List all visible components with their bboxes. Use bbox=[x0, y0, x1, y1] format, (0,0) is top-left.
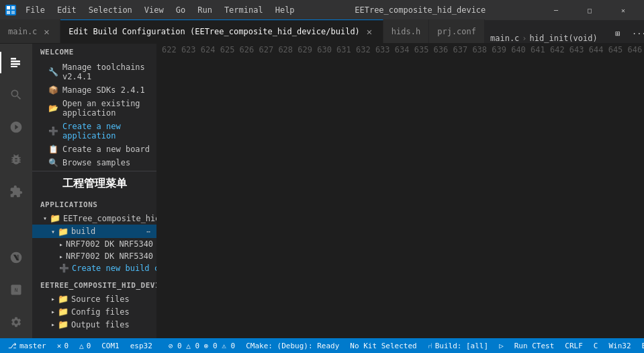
welcome-manage-toolchains[interactable]: 🔧 Manage toolchains v2.4.1 bbox=[32, 61, 156, 83]
status-git-branch[interactable]: ⎇ master bbox=[5, 342, 49, 350]
menu-file[interactable]: File bbox=[20, 4, 50, 16]
svg-rect-3 bbox=[11, 11, 15, 14]
status-ctest[interactable]: Run CTest bbox=[512, 342, 557, 350]
activity-settings[interactable] bbox=[0, 306, 32, 338]
sidebar: WELCOME 🔧 Manage toolchains v2.4.1 📦 Man… bbox=[32, 44, 156, 338]
output-files-folder[interactable]: 📁 Output files bbox=[32, 318, 156, 331]
breadcrumb-func: hid_init(void) bbox=[530, 34, 598, 43]
welcome-create-board[interactable]: 📋 Create a new board bbox=[32, 143, 156, 156]
ctest-label: Run CTest bbox=[514, 342, 555, 350]
sidebar-applications-header[interactable]: APPLICATIONS bbox=[32, 196, 156, 212]
status-cmake[interactable]: CMake: (Debug): Ready bbox=[243, 342, 342, 350]
status-crlf[interactable]: CRLF bbox=[562, 342, 586, 350]
config-files-folder[interactable]: 📁 Config files bbox=[32, 305, 156, 318]
menu-go[interactable]: Go bbox=[171, 4, 191, 16]
menu-view[interactable]: View bbox=[139, 4, 169, 16]
menu-run[interactable]: Run bbox=[192, 4, 218, 16]
eetree-section-header[interactable]: EETREE_COMPOSITE_HID_DEVICE build bbox=[32, 277, 156, 292]
project-title: 工程管理菜单 bbox=[32, 171, 156, 196]
nrf7002-net[interactable]: NRF7002 DK NRF5340 net... bbox=[32, 250, 156, 262]
status-diagnostics[interactable]: ⊘ 0 △ 0 ⊗ 0 ⚠ 0 bbox=[166, 342, 238, 350]
tab-bar-actions: ⊞ ··· bbox=[603, 24, 644, 43]
nrf7002-net-chevron bbox=[59, 253, 63, 260]
welcome-manage-sdks[interactable]: 📦 Manage SDKs 2.4.1 bbox=[32, 83, 156, 97]
nrf7002-net-label: NRF7002 DK NRF5340 net... bbox=[66, 251, 156, 261]
browse-icon: 🔍 bbox=[48, 158, 58, 167]
activity-bar: N bbox=[0, 44, 32, 338]
lang-label: C bbox=[594, 342, 598, 350]
tab-main-c-close[interactable]: ✕ bbox=[41, 26, 52, 37]
split-editor-button[interactable]: ⊞ bbox=[608, 24, 627, 43]
config-files-folder-icon: 📁 bbox=[58, 307, 68, 317]
maximize-button[interactable]: □ bbox=[574, 0, 605, 20]
build-folder-actions: ⋯ bbox=[143, 226, 154, 237]
menu-help[interactable]: Help bbox=[270, 4, 300, 16]
eetree-project-folder[interactable]: 📁 EETree_composite_hid_device... bbox=[32, 212, 156, 225]
tab-build-config-close[interactable]: ✕ bbox=[364, 26, 375, 37]
window-controls: ─ □ ✕ bbox=[541, 0, 639, 20]
nrf7002-app[interactable]: NRF7002 DK NRF5340 ap... bbox=[32, 238, 156, 250]
status-encoding[interactable]: Win32 bbox=[606, 342, 633, 350]
more-actions-button[interactable]: ··· bbox=[630, 24, 644, 43]
activity-explorer[interactable] bbox=[0, 46, 32, 79]
svg-rect-6 bbox=[11, 63, 20, 65]
status-esp32[interactable]: esp32 bbox=[128, 342, 155, 350]
status-git-branch-label: master bbox=[19, 342, 46, 350]
diagnostics-label: ⊘ 0 △ 0 ⊗ 0 ⚠ 0 bbox=[169, 342, 235, 350]
output-files-label: Output files bbox=[71, 320, 130, 329]
tab-build-config[interactable]: Edit Build Configuration (EETree_composi… bbox=[60, 19, 383, 43]
project-build-label: EETree_composite_hid_device: build bbox=[642, 342, 644, 350]
board-icon: 📋 bbox=[48, 145, 58, 154]
minimize-button[interactable]: ─ bbox=[541, 0, 571, 20]
menu-terminal[interactable]: Terminal bbox=[219, 4, 269, 16]
sidebar-welcome-header[interactable]: WELCOME bbox=[32, 44, 156, 59]
welcome-browse-samples[interactable]: 🔍 Browse samples bbox=[32, 156, 156, 169]
build-folder-action-1[interactable]: ⋯ bbox=[143, 226, 154, 237]
menu-edit[interactable]: Edit bbox=[52, 4, 82, 16]
activity-nordic[interactable] bbox=[0, 241, 32, 274]
error-icon: ✕ bbox=[57, 342, 62, 350]
status-lang[interactable]: C bbox=[591, 342, 601, 350]
status-com1[interactable]: COM1 bbox=[99, 342, 122, 350]
menu-selection[interactable]: Selection bbox=[83, 4, 138, 16]
activity-git[interactable] bbox=[0, 111, 32, 143]
window-title: EETree_composite_hid_device bbox=[300, 5, 541, 15]
welcome-section: 🔧 Manage toolchains v2.4.1 📦 Manage SDKs… bbox=[32, 59, 156, 171]
create-build-config[interactable]: ➕ Create new build configurat... bbox=[32, 262, 156, 274]
tab-prj-conf-label: prj.conf bbox=[437, 27, 476, 36]
eetree-project-chevron bbox=[43, 214, 47, 222]
tab-prj-conf[interactable]: prj.conf bbox=[429, 19, 485, 43]
output-files-chevron bbox=[51, 321, 55, 328]
tab-hids-h[interactable]: hids.h bbox=[383, 19, 429, 43]
status-kit[interactable]: No Kit Selected bbox=[347, 342, 419, 350]
source-files-folder[interactable]: 📁 Source files bbox=[32, 292, 156, 305]
welcome-browse-samples-label: Browse samples bbox=[62, 158, 130, 167]
code-editor[interactable]: 622 623 624 625 626 627 628 629 630 631 … bbox=[156, 44, 644, 338]
applications-label: APPLICATIONS bbox=[40, 200, 97, 209]
close-button[interactable]: ✕ bbox=[608, 0, 639, 20]
welcome-manage-toolchains-label: Manage toolchains v2.4.1 bbox=[62, 63, 151, 81]
tab-main-c[interactable]: main.c ✕ bbox=[0, 19, 60, 43]
status-project[interactable]: EETree_composite_hid_device: build bbox=[639, 342, 644, 350]
crlf-label: CRLF bbox=[565, 342, 583, 350]
status-run[interactable]: ▷ bbox=[496, 342, 506, 350]
welcome-create-app[interactable]: ➕ Create a new application bbox=[32, 120, 156, 143]
activity-debug[interactable] bbox=[0, 143, 32, 175]
warning-icon: △ bbox=[79, 342, 84, 350]
welcome-manage-sdks-label: Manage SDKs 2.4.1 bbox=[62, 85, 145, 95]
status-errors[interactable]: ✕ 0 bbox=[54, 342, 71, 350]
devicetree-header[interactable]: DEVICETREE bbox=[32, 334, 156, 338]
activity-nrf[interactable]: N bbox=[0, 274, 32, 306]
tab-hids-h-label: hids.h bbox=[392, 27, 420, 36]
status-warnings[interactable]: △ 0 bbox=[77, 342, 93, 350]
svg-rect-1 bbox=[11, 6, 15, 9]
build-folder[interactable]: 📁 build ⋯ bbox=[32, 225, 156, 238]
status-build[interactable]: ⑁ Build: [all] bbox=[425, 342, 491, 350]
build-folder-icon: 📁 bbox=[58, 227, 68, 237]
sidebar-welcome-label: WELCOME bbox=[40, 48, 74, 56]
activity-extensions[interactable] bbox=[0, 175, 32, 208]
build-label: Build: [all] bbox=[435, 342, 488, 350]
eetree-project-label: EETree_composite_hid_device... bbox=[63, 214, 156, 223]
activity-search[interactable] bbox=[0, 79, 32, 111]
welcome-open-app[interactable]: 📂 Open an existing application bbox=[32, 97, 156, 120]
